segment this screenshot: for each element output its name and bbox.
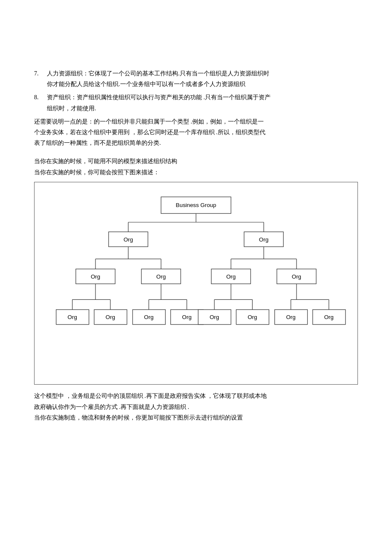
svg-text:Org: Org: [324, 314, 334, 320]
svg-text:Org: Org: [286, 314, 295, 320]
svg-text:Org: Org: [226, 273, 236, 280]
svg-text:Org: Org: [68, 314, 77, 320]
svg-text:Org: Org: [91, 273, 100, 280]
extra-line3: 表了组织的一种属性，而不是把组织简单的分类.: [34, 138, 358, 148]
svg-text:Org: Org: [248, 314, 257, 320]
svg-text:Org: Org: [292, 273, 301, 280]
item-8-text2: 组织时，才能使用.: [47, 105, 96, 112]
item-8-label: 资产组织：: [47, 94, 77, 101]
footer-line3: 当你在实施制造，物流和财务的时候，你更加可能按下图所示去进行组织的设置: [34, 412, 358, 423]
svg-text:Org: Org: [259, 236, 268, 243]
page-container: 7. 人力资源组织：它体现了一个公司的基本工作结构.只有当一个组织是人力资源组织…: [0, 0, 392, 449]
footer-line2: 政府确认你作为一个雇员的方式 .再下面就是人力资源组织 .: [34, 402, 358, 412]
intro-line2: 当你在实施的时候，你可能会按照下图来描述：: [34, 167, 358, 178]
item-7-text1: 它体现了一个公司的基本工作结构.只有当一个组织是人力资源组织时: [89, 70, 269, 77]
item-8-text1: 资产组织属性使组织可以执行与资产相关的功能 .只有当一个组织属于资产: [77, 94, 271, 101]
intro-lines: 当你在实施的时候，可能用不同的模型来描述组织结构 当你在实施的时候，你可能会按照…: [34, 156, 358, 177]
item-7-content: 人力资源组织：它体现了一个公司的基本工作结构.只有当一个组织是人力资源组织时 你…: [47, 68, 358, 89]
item-8-content: 资产组织：资产组织属性使组织可以执行与资产相关的功能 .只有当一个组织属于资产 …: [47, 92, 358, 113]
svg-text:Org: Org: [144, 314, 153, 320]
footer-line1: 这个模型中 ，业务组是公司中的顶层组织 .再下面是政府报告实体 ，它体现了联邦或…: [34, 391, 358, 401]
svg-text:Business Group: Business Group: [176, 202, 216, 208]
svg-text:Org: Org: [210, 314, 219, 320]
item-7-label: 人力资源组织：: [47, 70, 89, 77]
org-diagram: Business Group Org Org Org Org Org Org: [34, 182, 358, 385]
extra-line2: 个业务实体，若在这个组织中要用到 ，那么它同时还是一个库存组织 .所以，组织类型…: [34, 127, 358, 138]
extra-line1: 还需要说明一点的是：的一个组织并非只能归属于一个类型 .例如，例如，一个组织是一: [34, 116, 358, 127]
footer-text: 这个模型中 ，业务组是公司中的顶层组织 .再下面是政府报告实体 ，它体现了联邦或…: [34, 391, 358, 423]
org-chart-svg: Business Group Org Org Org Org Org Org: [43, 193, 349, 376]
item-7-text2: 你才能分配人员给这个组织.一个业务组中可以有一个或者多个人力资源组织: [47, 81, 245, 87]
item-7: 7. 人力资源组织：它体现了一个公司的基本工作结构.只有当一个组织是人力资源组织…: [34, 68, 358, 89]
intro-line1: 当你在实施的时候，可能用不同的模型来描述组织结构: [34, 156, 358, 167]
svg-text:Org: Org: [156, 273, 166, 280]
item-8-num: 8.: [34, 92, 47, 113]
item-7-num: 7.: [34, 68, 47, 89]
svg-text:Org: Org: [182, 314, 191, 320]
svg-text:Org: Org: [124, 236, 133, 243]
svg-text:Org: Org: [106, 314, 115, 320]
item-8: 8. 资产组织：资产组织属性使组织可以执行与资产相关的功能 .只有当一个组织属于…: [34, 92, 358, 113]
extra-text: 还需要说明一点的是：的一个组织并非只能归属于一个类型 .例如，例如，一个组织是一…: [34, 116, 358, 149]
